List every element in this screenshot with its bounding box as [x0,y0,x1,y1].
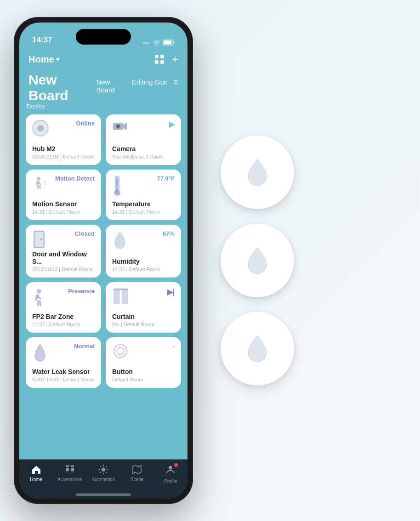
device-card-humidity[interactable]: 67% Humidity 14:32 | Default Room [106,225,181,277]
content-area: Device Online Hub M2 02/28 21:08 | Defau… [19,103,187,459]
card-status: Motion Detect [55,175,95,182]
card-icon-door [32,230,48,250]
card-name: Temperature [112,200,175,208]
home-label: Home [28,54,54,65]
nav-accessories[interactable]: Accessories [53,464,86,482]
water-drop-icon-top [245,158,269,187]
nav-profile-label: Profile [164,479,177,484]
board-tab-new[interactable]: New Board [96,78,125,94]
svg-rect-19 [114,289,128,290]
svg-point-29 [169,466,172,470]
card-name: Door and Window S... [32,250,95,265]
water-drop-icon-middle [245,246,269,276]
card-info: 14:31 | Default Room [112,209,175,215]
svg-rect-26 [66,465,69,467]
dynamic-island [76,29,131,45]
automation-nav-icon [98,464,109,475]
card-top: ▶ [112,120,175,135]
grid-icon[interactable] [154,54,165,64]
card-top: Presence [32,288,95,309]
home-nav-icon [31,464,42,475]
nav-automation-label: Automation [92,477,115,482]
svg-point-22 [114,345,127,357]
device-card-motion-sensor[interactable]: Motion Detect Motion Sensor 14:31 | Defa… [26,170,101,220]
nav-home[interactable]: Home [19,464,53,482]
board-title[interactable]: New Board [28,72,90,103]
sensors-panel [221,136,294,385]
phone-frame: 14:37 ••• [14,17,193,504]
bottom-nav: Home Accessories [19,459,187,498]
card-top: Closed [32,230,95,250]
accessories-nav-icon [64,464,75,475]
add-icon[interactable]: + [172,53,178,66]
device-card-temperature[interactable]: 77.9°F Temperature 14:31 | Default Room [106,170,181,220]
svg-point-10 [37,177,40,181]
sensor-button-bottom[interactable] [221,312,294,385]
section-label: Device [26,103,181,110]
device-card-door-window[interactable]: Closed Door and Window S... 2023/10/13 |… [26,225,101,277]
device-card-hub-m2[interactable]: Online Hub M2 02/28 21:08 | Default Room [26,114,101,165]
card-status: Closed [75,230,95,237]
battery-icon [163,40,175,45]
phone-screen: 14:37 ••• [19,23,187,498]
nav-profile[interactable]: Profile [154,464,187,484]
card-name: Water Leak Sensor [32,368,95,375]
card-name: FP2 Bar Zone [32,313,95,320]
card-bottom: Humidity 14:32 | Default Room [112,258,175,272]
card-status: Online [76,120,95,127]
svg-rect-24 [66,468,69,471]
card-info: 14:37 | Default Room [32,322,95,327]
card-status: ▶| [167,288,175,296]
sensor-button-middle[interactable] [221,224,294,297]
svg-rect-6 [160,60,164,64]
board-tab-guide[interactable]: Editing Guide [132,78,167,86]
card-bottom: Water Leak Sensor 02/07 18:43 | Default … [32,368,95,382]
card-icon-humidity [112,230,128,251]
card-bottom: Button Default Room [112,368,175,382]
board-menu-icon[interactable]: ≡ [173,77,178,87]
device-card-button[interactable]: - Button Default Room [106,337,181,388]
sensor-button-top[interactable] [221,136,294,209]
nav-scene-label: Scene [131,477,143,482]
card-icon-hub [32,120,49,136]
svg-point-28 [102,468,105,471]
card-status: Presence [68,288,95,294]
nav-accessories-label: Accessories [57,477,82,482]
device-card-curtain[interactable]: ▶| Curtain 0% | Default Room [106,282,181,333]
svg-rect-4 [160,55,164,58]
device-card-water-leak[interactable]: Normal Water Leak Sensor 02/07 18:43 | D… [26,337,101,388]
svg-point-17 [40,238,42,240]
card-top: - [112,343,175,361]
card-icon-motion [32,175,49,193]
card-info: Default Room [112,377,175,382]
svg-point-18 [37,289,41,294]
card-top: Online [32,120,95,136]
card-info: 0% | Default Room [112,322,175,327]
svg-rect-1 [174,41,175,44]
device-card-camera[interactable]: ▶ Camera Standby|Default Room [106,114,181,165]
card-info: 2023/10/13 | Default Room [32,266,95,272]
nav-home-label: Home [30,477,42,482]
status-icons: ••• [143,40,175,45]
wifi-icon [153,40,160,45]
main-scene: 14:37 ••• [0,0,420,521]
card-icon-button [112,343,129,361]
dropdown-arrow: ▾ [56,56,59,63]
card-bottom: Door and Window S... 2023/10/13 | Defaul… [32,250,95,272]
card-icon-leak [32,343,48,364]
status-time: 14:37 [32,35,52,45]
nav-scene[interactable]: Scene [120,464,154,482]
nav-automation[interactable]: Automation [86,464,120,482]
scene-nav-icon [131,464,142,475]
card-name: Button [112,368,175,375]
card-status: - [173,343,175,350]
card-top: ▶| [112,288,175,308]
card-icon-temperature [112,175,122,199]
card-icon-person [32,288,46,309]
home-title[interactable]: Home ▾ [28,54,59,65]
svg-rect-27 [71,465,74,467]
card-info: 02/07 18:43 | Default Room [32,377,95,382]
card-top: 67% [112,230,175,251]
svg-rect-14 [116,188,118,193]
device-card-fp2-bar[interactable]: Presence FP2 Bar Zone 14:37 | Default Ro… [26,282,101,333]
